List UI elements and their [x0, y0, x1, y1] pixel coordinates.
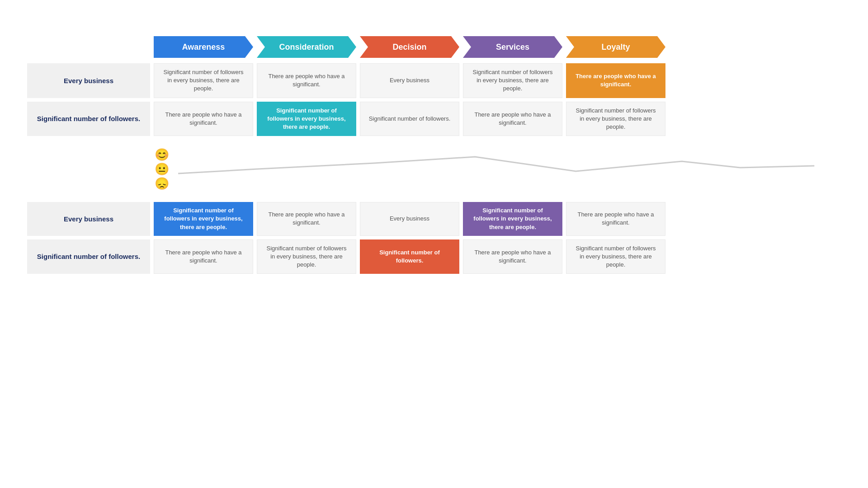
grid-row-1: Significant number of followers.There ar…: [27, 102, 841, 136]
grid-row-0: Every businessSignificant number of foll…: [27, 63, 841, 98]
header-awareness: Awareness: [154, 36, 253, 58]
grid-cell-1-2: Significant number of followers.: [360, 102, 459, 136]
header-consideration: Consideration: [257, 36, 356, 58]
grid-cell-1-1: Significant number of followers in every…: [257, 102, 356, 136]
grid-cell-1-4: Significant number of followers in every…: [566, 102, 665, 136]
grid-cell-0-0: Significant number of followers in every…: [154, 63, 253, 98]
emoji-1: 😐: [155, 163, 169, 175]
grid-row-1: Significant number of followers.There ar…: [27, 239, 841, 274]
grid-cell-1-3: There are people who have a significant.: [463, 239, 562, 274]
grid-cell-0-3: Significant number of followers in every…: [463, 202, 562, 236]
grid-cell-0-3: Significant number of followers in every…: [463, 63, 562, 98]
grid-cell-0-4: There are people who have a significant.: [566, 202, 665, 236]
line-chart: [178, 144, 841, 194]
header-row: AwarenessConsiderationDecisionServicesLo…: [27, 36, 841, 58]
chart-area: 😊😐😞: [150, 140, 841, 198]
emoji-column: 😊😐😞: [150, 149, 169, 189]
grid-cell-1-3: There are people who have a significant.: [463, 102, 562, 136]
grid-cell-1-2: Significant number of followers.: [360, 239, 459, 274]
page: AwarenessConsiderationDecisionServicesLo…: [0, 0, 868, 488]
bottom-grid: Every businessSignificant number of foll…: [27, 202, 841, 274]
grid-row-0: Every businessSignificant number of foll…: [27, 202, 841, 236]
grid-cell-1-4: Significant number of followers in every…: [566, 239, 665, 274]
grid-cell-0-1: There are people who have a significant.: [257, 202, 356, 236]
grid-cell-0-2: Every business: [360, 202, 459, 236]
grid-cell-1-0: There are people who have a significant.: [154, 102, 253, 136]
grid-cell-0-4: There are people who have a significant.: [566, 63, 665, 98]
row-label-1: Significant number of followers.: [27, 239, 150, 274]
chart-svg: [178, 144, 841, 194]
header-decision: Decision: [360, 36, 459, 58]
grid-cell-0-1: There are people who have a significant.: [257, 63, 356, 98]
grid-cell-1-1: Significant number of followers in every…: [257, 239, 356, 274]
main-content: AwarenessConsiderationDecisionServicesLo…: [27, 36, 841, 274]
top-grid: Every businessSignificant number of foll…: [27, 63, 841, 136]
emoji-0: 😊: [155, 149, 169, 160]
row-label-1: Significant number of followers.: [27, 102, 150, 136]
grid-cell-1-0: There are people who have a significant.: [154, 239, 253, 274]
header-services: Services: [463, 36, 562, 58]
grid-cell-0-2: Every business: [360, 63, 459, 98]
middle-section: 😊😐😞: [27, 140, 841, 198]
row-label-0: Every business: [27, 202, 150, 236]
row-label-0: Every business: [27, 63, 150, 98]
header-loyalty: Loyalty: [566, 36, 665, 58]
grid-cell-0-0: Significant number of followers in every…: [154, 202, 253, 236]
emoji-2: 😞: [155, 178, 169, 189]
